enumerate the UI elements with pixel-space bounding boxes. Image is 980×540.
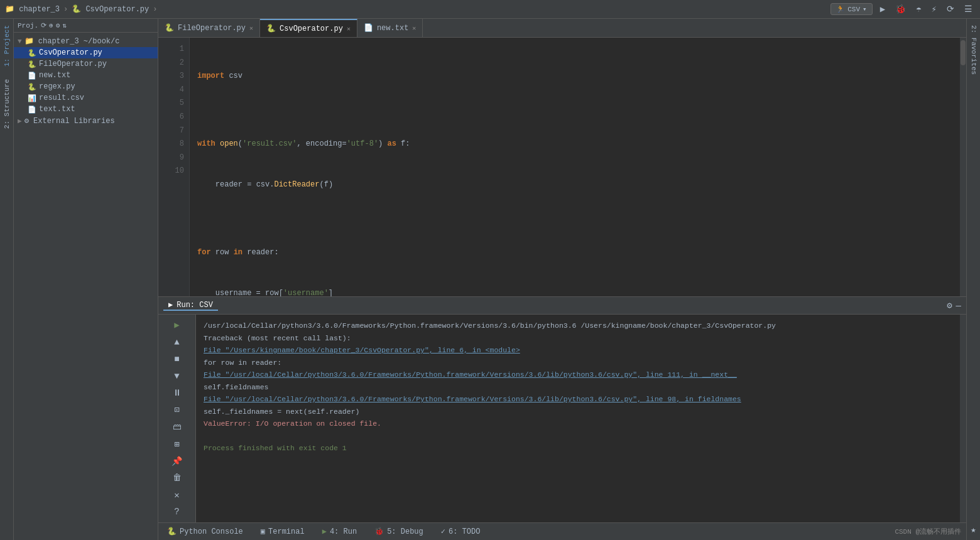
stop-button[interactable]: ■ — [170, 352, 185, 365]
status-tab-python-console[interactable]: 🐍 Python Console — [163, 527, 247, 536]
tree-item-libraries[interactable]: ▶ ⚙ External Libraries — [14, 115, 158, 127]
editor-area: 🐍 FileOperator.py ✕ 🐍 CsvOperator.py ✕ 📄… — [158, 19, 966, 540]
tab-csvoperator[interactable]: 🐍 CsvOperator.py ✕ — [260, 19, 357, 37]
line-num-10: 10 — [158, 165, 184, 178]
tab-fileoperator[interactable]: 🐍 FileOperator.py ✕ — [158, 19, 260, 37]
tree-label-csvoperator: CsvOperator.py — [39, 48, 102, 57]
code-line-1: import csv — [197, 70, 952, 84]
run-icon: ▶ — [168, 300, 173, 310]
profile-button[interactable]: ⚡ — [929, 3, 939, 16]
terminal-icon: ▣ — [261, 527, 265, 536]
collapse-icon[interactable]: ⊕ — [49, 21, 53, 30]
run-settings-icon[interactable]: ⚙ — [947, 300, 952, 311]
run-scrollbar[interactable] — [960, 315, 966, 522]
line-num-5: 5 — [158, 97, 184, 111]
terminal-label: Terminal — [268, 527, 305, 536]
txt-icon-new: 📄 — [28, 72, 36, 80]
top-bar: 📁 chapter_3 › 🐍 CsvOperator.py › 🏃 CSV ▾… — [0, 0, 980, 19]
pause-button[interactable]: ⏸ — [170, 386, 185, 399]
settings-button[interactable]: ☰ — [962, 3, 975, 16]
favorites-tab[interactable]: 2: Favorites — [967, 19, 980, 81]
run-close-icon[interactable]: — — [956, 301, 961, 311]
toolbar-right: 🏃 CSV ▾ ▶ 🐞 ☂ ⚡ ⟳ ☰ — [830, 3, 975, 16]
code-line-3: with open('result.csv', encoding='utf-8'… — [197, 138, 952, 151]
run-tab-csv[interactable]: ▶ Run: CSV — [163, 300, 218, 311]
help-icon[interactable]: ? — [170, 505, 185, 519]
breadcrumb-folder: 📁 chapter_3 — [5, 4, 60, 14]
line-num-3: 3 — [158, 70, 184, 84]
trash-icon[interactable]: 🗑 — [170, 472, 185, 485]
txt-icon-text: 📄 — [28, 105, 36, 114]
run-again-button[interactable]: ▶ — [170, 318, 185, 332]
status-tab-run[interactable]: ▶ 4: Run — [318, 527, 361, 536]
tree-item-csvoperator[interactable]: 🐍 CsvOperator.py — [14, 47, 158, 58]
tab-csvoperator-label: CsvOperator.py — [280, 24, 343, 33]
tab-newtxt-label: new.txt — [377, 24, 408, 33]
tree-item-resultcsv[interactable]: 📊 result.csv — [14, 92, 158, 104]
window-icon[interactable]: ⊞ — [170, 438, 185, 451]
project-tab[interactable]: 1: Project — [1, 19, 13, 73]
tree-item-fileoperator[interactable]: 🐍 FileOperator.py — [14, 58, 158, 70]
run-output-line-9: ValueError: I/O operation on closed file… — [204, 418, 952, 430]
tree-label-newtxt: new.txt — [39, 71, 70, 80]
structure-tab[interactable]: 2: Structure — [1, 73, 13, 135]
run-output: /usr/local/Cellar/python3/3.6.0/Framewor… — [196, 315, 960, 522]
tab-newtxt-icon: 📄 — [364, 23, 373, 33]
sort-icon[interactable]: ⇅ — [62, 21, 67, 30]
run-config-button[interactable]: 🏃 CSV ▾ — [830, 3, 872, 15]
line-num-8: 8 — [158, 138, 184, 151]
csv-icon: 📊 — [28, 94, 36, 102]
run-output-line-3[interactable]: File "/Users/kingname/book/chapter_3/Csv… — [204, 344, 952, 357]
coverage-button[interactable]: ☂ — [913, 3, 923, 16]
project-toolbar: Proj. ⟳ ⊕ ⚙ ⇅ — [14, 19, 158, 33]
tab-newtxt[interactable]: 📄 new.txt ✕ — [357, 19, 423, 37]
close-run-icon[interactable]: ✕ — [170, 489, 185, 502]
code-content[interactable]: import csv with open('result.csv', encod… — [190, 38, 960, 296]
scroll-down-button[interactable]: ▼ — [170, 369, 185, 382]
code-line-4: reader = csv.DictReader(f) — [197, 178, 952, 192]
status-tab-terminal[interactable]: ▣ Terminal — [257, 527, 308, 536]
tree-item-newtxt[interactable]: 📄 new.txt — [14, 70, 158, 81]
dropdown-icon: ▾ — [863, 5, 867, 13]
gear-icon[interactable]: ⚙ — [56, 21, 60, 30]
run-output-line-1: /usr/local/Cellar/python3/3.6.0/Framewor… — [204, 320, 952, 332]
status-tab-debug[interactable]: 🐞 5: Debug — [371, 527, 427, 536]
tree-item-texttxt[interactable]: 📄 text.txt — [14, 104, 158, 115]
concurrency-button[interactable]: ⟳ — [944, 3, 957, 16]
diff-button[interactable]: ⊡ — [170, 403, 185, 416]
tree-label-regex: regex.py — [39, 82, 75, 91]
tree-item-regex[interactable]: 🐍 regex.py — [14, 81, 158, 92]
run-status-label: 4: Run — [330, 527, 357, 536]
run-status-icon: ▶ — [322, 527, 327, 536]
run-tab-label: Run: CSV — [177, 301, 213, 310]
pin-icon[interactable]: 📌 — [170, 455, 185, 468]
status-tab-todo[interactable]: ✓ 6: TODO — [437, 527, 484, 536]
project-label: Proj. — [18, 22, 38, 30]
run-output-area: ▶ ▲ ■ ▼ ⏸ ⊡ 🗃 ⊞ 📌 🗑 ✕ ? /usr/local/Cella… — [158, 315, 966, 522]
tab-fileoperator-close[interactable]: ✕ — [249, 24, 253, 32]
project-panel: Proj. ⟳ ⊕ ⚙ ⇅ ▼ 📁 chapter_3 ~/book/c 🐍 C… — [14, 19, 158, 540]
tree-label-resultcsv: result.csv — [39, 94, 84, 102]
breadcrumb-file: 🐍 CsvOperator.py — [72, 4, 149, 14]
python-console-icon: 🐍 — [167, 527, 177, 536]
tab-csvoperator-close[interactable]: ✕ — [347, 25, 351, 33]
folder-collapsed-icon: ▶ — [18, 117, 22, 125]
run-output-line-2: Traceback (most recent call last): — [204, 332, 952, 345]
run-tab-actions: ⚙ — — [947, 300, 961, 311]
run-output-line-7[interactable]: File "/usr/local/Cellar/python3/3.6.0/Fr… — [204, 393, 952, 406]
tab-fileoperator-label: FileOperator.py — [178, 24, 246, 33]
editor-scrollbar[interactable] — [960, 38, 966, 296]
run-button[interactable]: ▶ — [878, 3, 888, 16]
code-line-6: for row in reader: — [197, 246, 952, 260]
tree-label-fileoperator: FileOperator.py — [39, 60, 107, 68]
database-icon[interactable]: 🗃 — [170, 420, 185, 433]
run-config-label: CSV — [847, 6, 860, 13]
tree-root[interactable]: ▼ 📁 chapter_3 ~/book/c — [14, 35, 158, 47]
run-output-line-5[interactable]: File "/usr/local/Cellar/python3/3.6.0/Fr… — [204, 369, 952, 381]
tab-newtxt-close[interactable]: ✕ — [412, 24, 416, 32]
scroll-up-button[interactable]: ▲ — [170, 335, 185, 348]
debug-button[interactable]: 🐞 — [893, 3, 908, 16]
favorites-bottom-icon[interactable]: ★ — [971, 525, 976, 535]
py-icon-fileoperator: 🐍 — [28, 60, 36, 68]
sync-icon[interactable]: ⟳ — [41, 21, 46, 30]
